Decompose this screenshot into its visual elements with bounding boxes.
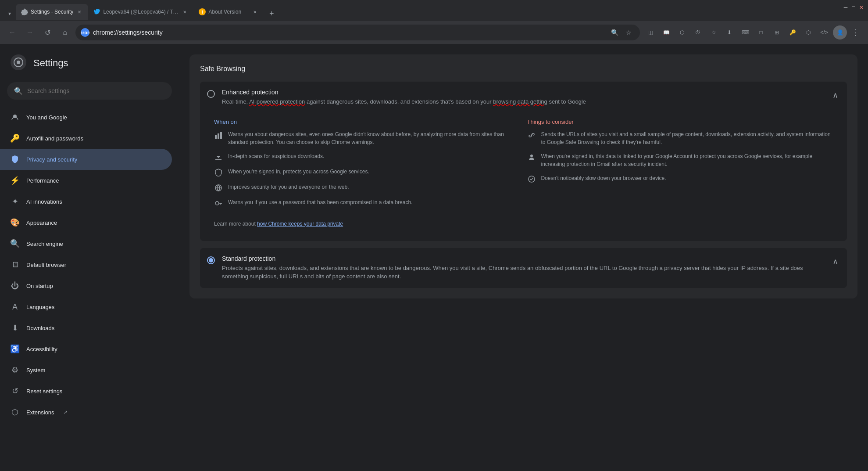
startup-icon: ⏻ [11,281,19,290]
sidebar-item-languages[interactable]: A Languages [0,296,172,317]
sidebar-item-system-label: System [26,367,45,374]
sidebar-item-search[interactable]: 🔍 Search engine [0,233,172,254]
bookmark-icon[interactable]: ☆ [622,26,635,39]
tab-settings-title: Settings - Security [31,9,73,15]
forward-button[interactable]: → [23,25,37,40]
enhanced-protection-title: Enhanced protection [222,89,824,96]
share-btn[interactable]: ⬡ [801,25,815,40]
tab-settings[interactable]: Settings - Security ✕ [16,4,88,20]
enhanced-collapse-button[interactable]: ∧ [831,89,840,102]
sidebar-item-ai[interactable]: ✦ AI innovations [0,191,172,212]
sidebar-item-default-browser[interactable]: 🖥 Default browser [0,254,172,275]
standard-collapse-button[interactable]: ∧ [831,255,840,268]
menu-btn[interactable]: ⋮ [849,25,863,40]
features-two-col: When on Warns you about dangerous sites,… [214,119,833,214]
feature-scans: In-depth scans for suspicious downloads. [214,152,520,162]
sidebar-item-performance[interactable]: ⚡ Performance [0,170,172,191]
safe-browsing-card: Safe Browsing Enhanced protection Real-t… [189,54,857,298]
tab-about[interactable]: i About Version ✕ [193,4,264,20]
sidebar-item-downloads[interactable]: ⬇ Downloads [0,317,172,338]
standard-protection-desc: Protects against sites, downloads, and e… [222,264,824,281]
screenshot-btn[interactable]: □ [754,25,768,40]
consider-header: Things to consider [527,119,833,125]
tab-settings-close[interactable]: ✕ [76,8,83,15]
you-google-icon [11,113,19,122]
feature-password: Warns you if you use a password that has… [214,198,520,208]
sidebar-item-autofill[interactable]: 🔑 Autofill and passwords [0,128,172,149]
downloads-icon: ⬇ [11,324,19,332]
performance-icon: ⚡ [11,176,19,185]
sidebar-item-you-and-google[interactable]: You and Google [0,107,172,128]
enhanced-radio-button[interactable] [207,90,215,98]
search-bar[interactable]: 🔍 [7,82,172,100]
password-btn[interactable]: 🔑 [786,25,800,40]
standard-radio-button[interactable] [207,256,215,264]
back-button[interactable]: ← [5,25,19,40]
download-btn[interactable]: ⬇ [722,25,736,40]
sidebar-item-you-and-google-label: You and Google [26,114,67,121]
address-bar[interactable]: Chrome chrome://settings/security 🔍 ☆ [75,25,640,40]
close-button[interactable]: ✕ [858,4,864,11]
enhanced-protection-header: Enhanced protection Real-time, AI-powere… [207,89,840,106]
extensions-external-icon: ↗ [63,409,68,415]
consider-urls: Sends the URLs of sites you visit and a … [527,130,833,146]
system-icon: ⚙ [11,366,19,374]
history-btn[interactable]: ⏱ [691,25,705,40]
sidebar-item-appearance[interactable]: 🎨 Appearance [0,212,172,233]
tab-about-close[interactable]: ✕ [251,8,258,15]
enhanced-protection-content: Enhanced protection Real-time, AI-powere… [222,89,824,106]
check-circle-icon [527,175,536,183]
bookmarks-btn[interactable]: ☆ [707,25,721,40]
sidebar-item-privacy-label: Privacy and security [26,156,77,163]
link-icon [527,131,536,140]
enhanced-protection-container: Enhanced protection Real-time, AI-powere… [200,82,847,241]
devtools-btn[interactable]: </> [817,25,831,40]
sidebar-item-on-startup[interactable]: ⏻ On startup [0,275,172,296]
svg-point-3 [17,61,20,64]
window-controls: ─ □ ✕ [843,4,864,11]
search-input[interactable] [27,87,165,94]
maximize-button[interactable]: □ [850,4,857,11]
extensions-icon: ⬡ [11,408,19,417]
extensions-btn[interactable]: ⬡ [675,25,689,40]
home-button[interactable]: ⌂ [58,25,72,40]
enhanced-protection-desc: Real-time, AI-powered protection against… [222,97,824,106]
consider-speed-text: Doesn't noticeably slow down your browse… [541,174,666,182]
sidebar-item-autofill-label: Autofill and passwords [26,135,83,142]
feature-warn-sites: Warns you about dangerous sites, even on… [214,130,520,146]
learn-more-link[interactable]: how Chrome keeps your data private [257,221,343,227]
sidebar-item-privacy[interactable]: Privacy and security [0,149,172,170]
learn-more-text: Learn more about [214,221,257,227]
sidebar-item-accessibility[interactable]: ♿ Accessibility [0,338,172,360]
svg-rect-5 [215,135,217,139]
translate-btn[interactable]: ⌨ [738,25,752,40]
tab-twitter[interactable]: Leopeva64 (@Leopeva64) / Tw... ✕ [88,4,193,20]
ai-icon: ✦ [11,197,19,206]
svg-rect-7 [220,132,222,139]
content-area: Safe Browsing Enhanced protection Real-t… [179,44,868,471]
new-tab-button[interactable]: + [265,7,278,20]
sidebar-item-extensions[interactable]: ⬡ Extensions ↗ [0,402,172,423]
search-icon[interactable]: 🔍 [608,26,621,39]
reading-list-btn[interactable]: 📖 [659,25,673,40]
when-on-header: When on [214,119,520,125]
languages-icon: A [11,302,19,311]
safe-browsing-title: Safe Browsing [200,65,847,73]
sidebar-item-system[interactable]: ⚙ System [0,360,172,381]
title-bar: ▾ Settings - Security ✕ Leopeva64 (@Leop… [0,0,868,21]
reload-button[interactable]: ↺ [40,25,54,40]
svg-point-9 [215,201,219,205]
standard-protection-container: Standard protection Protects against sit… [200,248,847,288]
chrome-favicon: Chrome [81,28,89,37]
minimize-button[interactable]: ─ [843,4,849,11]
about-tab-favicon: i [199,8,206,15]
memory-saver-btn[interactable]: ◫ [643,25,657,40]
desc-part3: sent to Google [547,98,586,105]
sidebar-item-reset[interactable]: ↺ Reset settings [0,381,172,402]
tab-twitter-close[interactable]: ✕ [181,8,188,15]
tab-dropdown-btn[interactable]: ▾ [4,7,16,20]
grid-btn[interactable]: ⊞ [770,25,784,40]
sidebar-item-accessibility-label: Accessibility [26,346,57,352]
search-icon: 🔍 [14,87,23,95]
profile-btn[interactable]: 👤 [833,25,847,40]
